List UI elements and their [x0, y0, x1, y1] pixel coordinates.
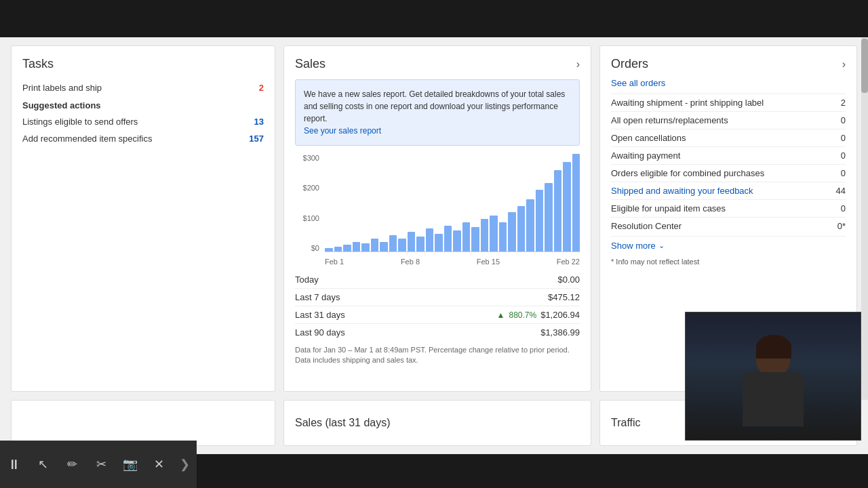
task-recommended-row[interactable]: Add recommended item specifics 157 [22, 130, 264, 147]
order-count-3: 0 [841, 150, 846, 161]
order-label-1: All open returns/replacements [611, 115, 728, 125]
chart-bar-19 [499, 222, 507, 251]
order-count-2: 0 [841, 133, 846, 143]
chart-bar-9 [408, 232, 416, 251]
chart-bars-area [325, 154, 580, 252]
person-figure [732, 331, 814, 440]
show-more-chevron-icon: ⌄ [658, 241, 665, 250]
x-label-feb22: Feb 22 [557, 258, 580, 266]
stat-today-value: $0.00 [557, 274, 580, 285]
stat-90days-row: Last 90 days $1,386.99 [295, 323, 580, 341]
bottom-traffic-title: Traffic [611, 417, 641, 429]
sales-chevron-icon[interactable]: › [576, 58, 580, 70]
order-row-4[interactable]: Orders eligible for combined purchases 0 [611, 164, 846, 182]
order-row-1[interactable]: All open returns/replacements 0 [611, 111, 846, 129]
chart-bar-0 [325, 248, 333, 251]
stat-7days-label: Last 7 days [295, 292, 340, 302]
close-button[interactable]: ✕ [144, 441, 174, 488]
stat-31days-label: Last 31 days [295, 310, 345, 320]
order-row-2[interactable]: Open cancellations 0 [611, 129, 846, 146]
chart-bar-8 [398, 239, 406, 251]
chart-bar-15 [462, 222, 471, 251]
order-row-3[interactable]: Awaiting payment 0 [611, 146, 846, 164]
order-label-3: Awaiting payment [611, 150, 680, 161]
orders-title: Orders [611, 57, 648, 71]
task-listings-row[interactable]: Listings eligible to send offers 13 [22, 113, 264, 130]
pen-button[interactable]: ✏ [58, 441, 87, 488]
chart-bar-12 [435, 234, 443, 251]
chart-bar-21 [517, 206, 526, 251]
pause-button[interactable]: ⏸ [0, 441, 29, 488]
bottom-card-sales: Sales (last 31 days) [283, 400, 591, 446]
order-count-5: 44 [836, 186, 846, 196]
order-row-5[interactable]: Shipped and awaiting your feedback 44 [611, 182, 846, 199]
tasks-header: Tasks [22, 57, 264, 71]
order-label-4: Orders eligible for combined purchases [611, 168, 764, 178]
task-recommended-label: Add recommended item specifics [22, 134, 152, 144]
order-count-0: 2 [841, 98, 846, 108]
task-print-labels-count: 2 [259, 83, 264, 93]
sales-info-text: We have a new sales report. Get detailed… [304, 89, 565, 123]
order-label-6: Eligible for unpaid item cases [611, 203, 726, 214]
stat-7days-value: $475.12 [548, 292, 580, 302]
orders-footnote: * Info may not reflect latest [611, 258, 846, 266]
chart-bar-22 [526, 199, 534, 251]
chart-x-axis: Feb 1 Feb 8 Feb 15 Feb 22 [325, 258, 580, 266]
chart-bar-7 [389, 235, 397, 251]
chart-bar-25 [554, 170, 562, 251]
x-label-feb1: Feb 1 [325, 258, 344, 266]
scrollbar[interactable] [861, 37, 868, 400]
sales-footnote: Data for Jan 30 – Mar 1 at 8:49am PST. P… [295, 345, 580, 366]
chart-bar-1 [334, 247, 342, 251]
stat-7days-row: Last 7 days $475.12 [295, 288, 580, 306]
order-row-7[interactable]: Resolution Center 0* [611, 217, 846, 235]
video-content [686, 312, 861, 440]
bottom-toolbar: ⏸ ↖ ✏ ✂ 📷 ✕ ❯ [0, 441, 197, 488]
top-bar [0, 0, 868, 37]
arrow-up-icon: ▲ [497, 310, 505, 320]
tasks-title: Tasks [22, 57, 54, 70]
chart-bar-3 [353, 242, 361, 251]
show-more-label: Show more [611, 241, 656, 251]
show-more-row: Show more ⌄ [611, 236, 846, 255]
y-label-200: $200 [295, 184, 319, 192]
order-count-1: 0 [841, 115, 846, 125]
toolbar-arrow-button[interactable]: ❯ [174, 441, 197, 488]
chart-bar-17 [481, 219, 489, 251]
stat-today-row: Today $0.00 [295, 271, 580, 288]
order-row-0[interactable]: Awaiting shipment - print shipping label… [611, 94, 846, 111]
bottom-sales-title: Sales (last 31 days) [295, 417, 391, 429]
chart-bar-20 [508, 212, 516, 251]
order-count-4: 0 [841, 168, 846, 178]
order-row-6[interactable]: Eligible for unpaid item cases 0 [611, 199, 846, 217]
order-label-5[interactable]: Shipped and awaiting your feedback [611, 186, 753, 196]
chart-bar-16 [471, 227, 479, 251]
order-count-6: 0 [841, 203, 846, 214]
show-more-link[interactable]: Show more ⌄ [611, 241, 846, 251]
camera-button[interactable]: 📷 [116, 441, 145, 488]
stat-90days-value: $1,386.99 [540, 327, 580, 338]
y-label-0: $0 [295, 244, 319, 252]
task-recommended-count: 157 [249, 134, 264, 144]
orders-chevron-icon[interactable]: › [842, 58, 846, 70]
chart-bar-24 [545, 183, 553, 251]
stat-31days-value: $1,206.94 [540, 310, 580, 320]
chart-bar-14 [453, 230, 461, 251]
sales-info-box: We have a new sales report. Get detailed… [295, 79, 580, 146]
sales-title: Sales [295, 57, 326, 71]
chart-bar-13 [444, 226, 452, 251]
cursor-button[interactable]: ↖ [29, 441, 58, 488]
video-overlay [685, 312, 861, 441]
chart-bar-18 [490, 216, 498, 251]
see-all-orders-link[interactable]: See all orders [611, 78, 846, 88]
task-print-labels-row[interactable]: Print labels and ship 2 [22, 79, 264, 96]
stat-31days-row: Last 31 days ▲ 880.7% $1,206.94 [295, 306, 580, 323]
snip-button[interactable]: ✂ [87, 441, 116, 488]
x-label-feb15: Feb 15 [477, 258, 500, 266]
chart-bar-4 [361, 243, 370, 251]
scrollbar-thumb[interactable] [861, 39, 868, 93]
bottom-card-empty [11, 400, 275, 446]
orders-header: Orders › [611, 57, 846, 71]
sales-info-link[interactable]: See your sales report [304, 126, 381, 136]
stat-31days-right: ▲ 880.7% $1,206.94 [497, 310, 580, 320]
